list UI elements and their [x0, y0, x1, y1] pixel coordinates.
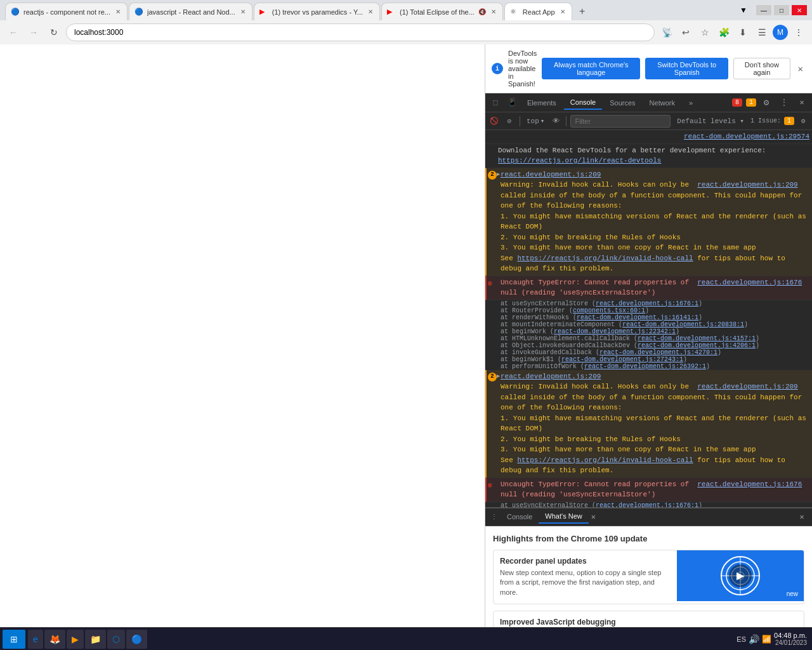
bottom-tab-whats-new[interactable]: What's New — [539, 510, 588, 524]
clear-console-icon[interactable]: 🚫 — [488, 115, 501, 128]
mute-icon: 🔇 — [478, 8, 486, 15]
tab-favicon-1: 🔵 — [11, 8, 20, 17]
expand-icon-2[interactable]: ▶ — [497, 373, 500, 381]
more-tools-icon[interactable]: ⋮ — [776, 95, 792, 110]
device-mode-icon[interactable]: 📱 — [504, 95, 520, 110]
minimize-button[interactable]: — — [756, 5, 771, 15]
explorer-icon: 📁 — [90, 634, 101, 644]
react-warn-link-2[interactable]: react.development.js:209 — [697, 383, 797, 390]
tab-close-3[interactable]: ✕ — [367, 7, 374, 17]
console-settings-icon[interactable]: ⚙ — [797, 115, 809, 128]
react-error-link-1[interactable]: react.development.js:1676 — [697, 279, 802, 286]
maximize-button[interactable]: □ — [774, 5, 789, 15]
console-warning-1: 2 ▶ react.development.js:209 Warning: In… — [485, 168, 812, 276]
address-input[interactable] — [66, 23, 655, 41]
react-error-link-2[interactable]: react.development.js:1676 — [697, 481, 802, 488]
expand-icon-1[interactable]: ▶ — [497, 171, 500, 180]
tab-dropdown[interactable]: ▼ — [736, 3, 751, 18]
back-button[interactable]: ← — [5, 24, 22, 41]
history-icon[interactable]: ↩ — [678, 24, 694, 41]
taskbar-item-vscode[interactable]: ⬡ — [107, 630, 125, 649]
tab-3[interactable]: ▶ (1) trevor vs paramedics - Y... ✕ — [254, 3, 380, 20]
tab-sources[interactable]: Sources — [603, 96, 641, 109]
menu-icon[interactable]: ⋮ — [790, 24, 807, 41]
settings-icon[interactable]: ⚙ — [759, 95, 774, 110]
tab-console[interactable]: Console — [564, 96, 602, 110]
tab-4[interactable]: ▶ (1) Total Eclipse of the... 🔇 ✕ — [381, 3, 503, 20]
devtools-panel: i DevTools is now available in Spanish! … — [485, 44, 812, 650]
devtools-link[interactable]: https://reactjs.org/link/react-devtools — [498, 157, 661, 164]
bookmark-icon[interactable]: ☆ — [697, 24, 713, 41]
tray-volume[interactable]: 🔊 — [749, 634, 759, 644]
stack-1-5: at beginWork (react-dom.development.js:2… — [485, 328, 812, 335]
tab-title-3: (1) trevor vs paramedics - Y... — [272, 8, 363, 16]
lang-match-button[interactable]: Always match Chrome's language — [542, 58, 640, 79]
bottom-tab-close[interactable]: ✕ — [589, 512, 598, 522]
tab-close-4[interactable]: ✕ — [490, 7, 497, 17]
whats-new-title: Highlights from the Chrome 109 update — [493, 534, 804, 543]
file-link-1[interactable]: react-dom.development.js:29574 — [684, 133, 809, 140]
close-devtools-icon[interactable]: ✕ — [794, 95, 809, 110]
tab-close-1[interactable]: ✕ — [114, 7, 122, 17]
inspect-icon[interactable]: ⬚ — [488, 95, 503, 110]
taskbar-item-explorer[interactable]: 📁 — [85, 630, 106, 649]
taskbar-item-media[interactable]: ▶ — [67, 630, 84, 649]
new-badge: new — [783, 589, 801, 599]
notif-text: DevTools is now available in Spanish! — [508, 50, 537, 88]
save-icon[interactable]: ⬇ — [735, 24, 751, 41]
invalid-hook-link-2[interactable]: https://reactjs.org/link/invalid-hook-ca… — [517, 456, 693, 464]
taskbar-item-firefox[interactable]: 🦊 — [44, 630, 65, 649]
console-output[interactable]: react-dom.development.js:29574 Download … — [485, 130, 812, 507]
tray-clock[interactable]: 04:48 p.m. 24/01/2023 — [774, 632, 807, 646]
tab-close-2[interactable]: ✕ — [239, 7, 247, 17]
tab-bar: 🔵 reactjs - component not re... ✕ 🔵 java… — [5, 0, 733, 20]
react-file-link-1[interactable]: react.development.js:209 — [501, 171, 601, 178]
tab-network[interactable]: Network — [643, 96, 681, 109]
switch-lang-button[interactable]: Switch DevTools to Spanish — [645, 58, 728, 79]
tab-favicon-4: ▶ — [387, 8, 396, 17]
invalid-hook-link-1[interactable]: https://reactjs.org/link/invalid-hook-ca… — [517, 255, 693, 262]
play-button-overlay[interactable]: ▶ — [729, 564, 752, 587]
level-dropdown[interactable]: Default levels ▾ — [673, 117, 748, 125]
refresh-button[interactable]: ↻ — [46, 24, 62, 41]
context-dropdown[interactable]: top ▾ — [524, 117, 547, 125]
whats-new-card-1-text: Recorder panel updates New step context … — [494, 550, 677, 604]
sidebar-toggle[interactable]: ☰ — [754, 24, 770, 41]
tray-network[interactable]: 📶 — [762, 635, 771, 644]
tab-2[interactable]: 🔵 javascript - React and Nod... ✕ — [129, 3, 252, 20]
new-tab-button[interactable]: + — [573, 3, 591, 20]
whats-new-card-1-image: ▶ new — [677, 550, 804, 601]
issue-badge[interactable]: 1 Issue: 1 — [750, 117, 794, 125]
console-eye-icon[interactable]: 👁 — [549, 115, 562, 128]
dont-show-button[interactable]: Don't show again — [733, 58, 790, 79]
cast-icon[interactable]: 📡 — [658, 24, 675, 41]
notif-close-icon[interactable]: ✕ — [796, 63, 806, 74]
stack-1-2: at RouterProvider (components.tsx:60:1) — [485, 307, 812, 314]
console-toolbar: 🚫 ⊘ top ▾ 👁 Default levels ▾ 1 Issue: 1 — [485, 112, 812, 130]
bottom-close-icon[interactable]: ✕ — [794, 509, 809, 524]
forward-button[interactable]: → — [25, 24, 42, 41]
taskbar-item-chrome[interactable]: 🔵 — [126, 630, 147, 649]
extension-icon[interactable]: 🧩 — [716, 24, 732, 41]
bottom-drag-icon[interactable]: ⋮ — [488, 510, 501, 523]
profile-icon[interactable]: M — [773, 25, 788, 40]
tab-close-5[interactable]: ✕ — [559, 7, 566, 17]
tab-1[interactable]: 🔵 reactjs - component not re... ✕ — [5, 3, 128, 20]
card-1-desc: New step context menu, option to copy a … — [500, 568, 671, 597]
start-button[interactable]: ⊞ — [3, 630, 25, 649]
close-button[interactable]: ✕ — [792, 5, 807, 15]
dt-tools: 8 1 ⚙ ⋮ ✕ — [732, 95, 809, 110]
tab-more[interactable]: » — [683, 96, 699, 109]
console-filter-input[interactable] — [570, 115, 671, 128]
react-file-link-2[interactable]: react.development.js:209 — [501, 373, 601, 380]
react-warn-link[interactable]: react.development.js:209 — [697, 181, 797, 189]
start-icon: ⊞ — [10, 634, 18, 644]
issue-label: 1 Issue: — [750, 117, 781, 124]
ie-icon: e — [33, 634, 38, 644]
tab-elements[interactable]: Elements — [521, 96, 563, 109]
tab-5-active[interactable]: ⚛ React App ✕ — [504, 3, 572, 20]
devtools-notification: i DevTools is now available in Spanish! … — [485, 44, 812, 93]
taskbar-item-ie[interactable]: e — [28, 630, 43, 649]
filter-icon[interactable]: ⊘ — [503, 115, 516, 128]
bottom-tab-console[interactable]: Console — [501, 510, 539, 523]
